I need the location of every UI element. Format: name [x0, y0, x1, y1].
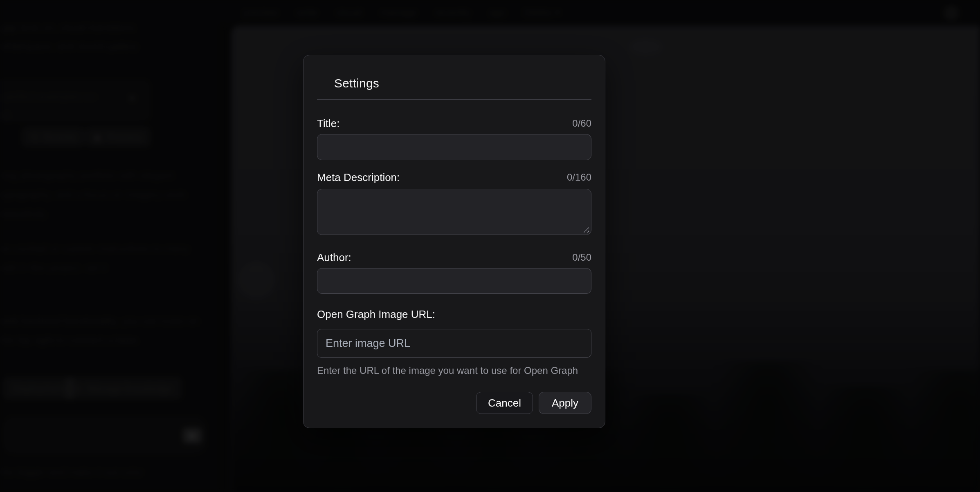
og-image-url-helper-text: Enter the URL of the image you want to u…: [317, 365, 591, 376]
author-char-counter: 0/50: [572, 251, 591, 264]
title-char-counter: 0/60: [572, 117, 591, 130]
og-image-url-input[interactable]: [317, 329, 591, 358]
title-label: Title:: [317, 117, 339, 130]
divider: [317, 99, 591, 100]
settings-dialog: Settings Title: 0/60 Meta Description: 0…: [303, 55, 605, 428]
apply-button[interactable]: Apply: [539, 392, 591, 414]
meta-description-char-counter: 0/160: [567, 171, 591, 184]
title-input[interactable]: [317, 134, 591, 160]
cancel-button[interactable]: Cancel: [476, 392, 533, 414]
author-input[interactable]: [317, 268, 591, 294]
meta-description-label: Meta Description:: [317, 171, 400, 184]
author-label: Author:: [317, 251, 351, 264]
og-image-url-label: Open Graph Image URL:: [317, 308, 435, 321]
dialog-title: Settings: [334, 76, 591, 90]
meta-description-textarea[interactable]: [317, 189, 591, 235]
